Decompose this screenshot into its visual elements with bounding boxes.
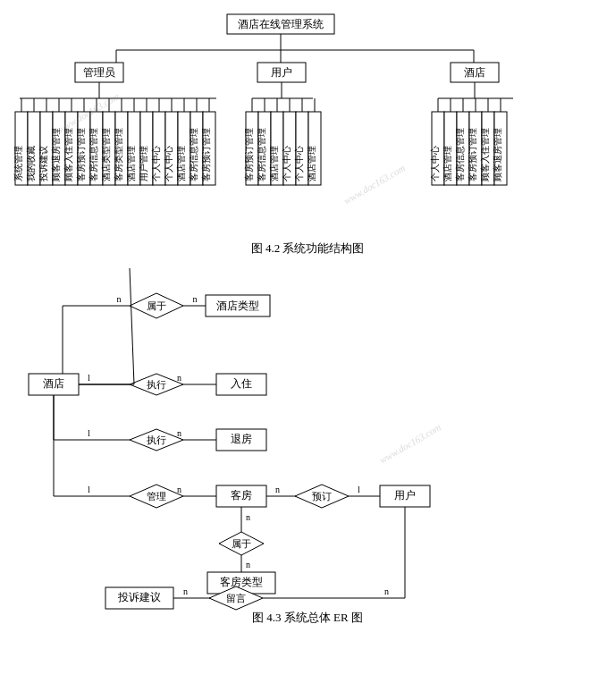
svg-text:n: n [384,586,389,596]
svg-text:顾客入住管理: 顾客入住管理 [480,128,490,181]
svg-text:留言: 留言 [226,593,246,603]
svg-text:酒店管理: 酒店管理 [442,146,452,181]
fig42-diagram: 酒店在线管理系统 管理员 用户 酒店 系统管理 [9,9,606,264]
svg-text:图 4.3 系统总体 ER 图: 图 4.3 系统总体 ER 图 [252,611,363,624]
svg-text:入住: 入住 [231,377,252,390]
svg-text:客房预订管理: 客房预订管理 [244,128,254,181]
svg-text:用户: 用户 [394,489,416,502]
svg-text:客房信息管理: 客房信息管理 [257,128,266,181]
fig43-diagram: 属于 酒店类型 n n 酒店 l 执行 n 入住 [9,268,606,626]
svg-text:酒店管理: 酒店管理 [176,146,186,181]
svg-text:酒店类型管理: 酒店类型管理 [101,128,111,181]
svg-text:酒店: 酒店 [43,377,64,390]
svg-text:n: n [177,373,181,383]
svg-text:客房类型: 客房类型 [220,576,263,588]
svg-text:客房类型管理: 客房类型管理 [114,128,123,181]
svg-text:我的收藏: 我的收藏 [26,146,36,181]
svg-text:客房信息管理: 客房信息管理 [189,128,198,181]
svg-text:l: l [88,485,90,494]
svg-text:客房信息管理: 客房信息管理 [455,128,465,181]
svg-text:预订: 预订 [312,491,332,502]
svg-text:n: n [275,485,280,494]
svg-text:投诉建议: 投诉建议 [117,591,161,603]
svg-text:n: n [183,586,188,596]
svg-text:执行: 执行 [147,434,166,445]
svg-text:客房预订管理: 客房预订管理 [468,128,477,181]
page: www.doc163.com www.doc163.com www.doc163… [0,0,615,700]
svg-text:属于: 属于 [232,538,251,549]
svg-text:酒店类型: 酒店类型 [216,299,259,312]
svg-text:客房预订管理: 客房预订管理 [201,128,211,181]
svg-text:n: n [193,294,198,304]
svg-line-119 [130,268,134,384]
svg-text:退房: 退房 [231,433,252,445]
svg-text:l: l [88,373,90,383]
svg-text:个人中心: 个人中心 [294,146,304,181]
svg-text:个人中心: 个人中心 [151,146,161,181]
svg-text:用户管理: 用户管理 [139,146,148,181]
svg-text:投诉建议: 投诉建议 [38,146,48,182]
svg-text:n: n [177,428,181,438]
svg-text:用户: 用户 [271,66,292,79]
svg-text:n: n [117,294,122,304]
svg-text:系统管理: 系统管理 [13,146,23,181]
svg-text:个人中心: 个人中心 [164,146,173,181]
svg-text:个人中心: 个人中心 [282,146,291,181]
svg-text:酒店管理: 酒店管理 [269,146,279,181]
svg-text:顾客退房管理: 顾客退房管理 [493,128,502,181]
svg-text:客房预订管理: 客房预订管理 [76,128,86,181]
svg-text:n: n [177,485,181,494]
svg-text:顾客退房管理: 顾客退房管理 [51,128,61,181]
svg-text:酒店在线管理系统: 酒店在线管理系统 [238,18,324,30]
svg-text:l: l [88,428,90,438]
svg-text:酒店管理: 酒店管理 [126,146,136,181]
svg-text:酒店管理: 酒店管理 [307,146,316,181]
svg-text:客房: 客房 [231,489,252,502]
svg-text:n: n [246,512,250,522]
svg-text:顾客入住管理: 顾客入住管理 [63,128,73,181]
svg-text:个人中心: 个人中心 [430,146,440,181]
svg-text:n: n [246,560,250,569]
svg-text:属于: 属于 [147,300,166,311]
svg-text:图 4.2 系统功能结构图: 图 4.2 系统功能结构图 [251,241,365,255]
svg-text:l: l [358,485,360,494]
svg-text:管理员: 管理员 [83,66,115,79]
svg-text:管理: 管理 [147,491,166,502]
svg-text:酒店: 酒店 [464,66,485,79]
svg-text:客房信息管理: 客房信息管理 [88,128,98,181]
svg-text:执行: 执行 [147,379,166,390]
